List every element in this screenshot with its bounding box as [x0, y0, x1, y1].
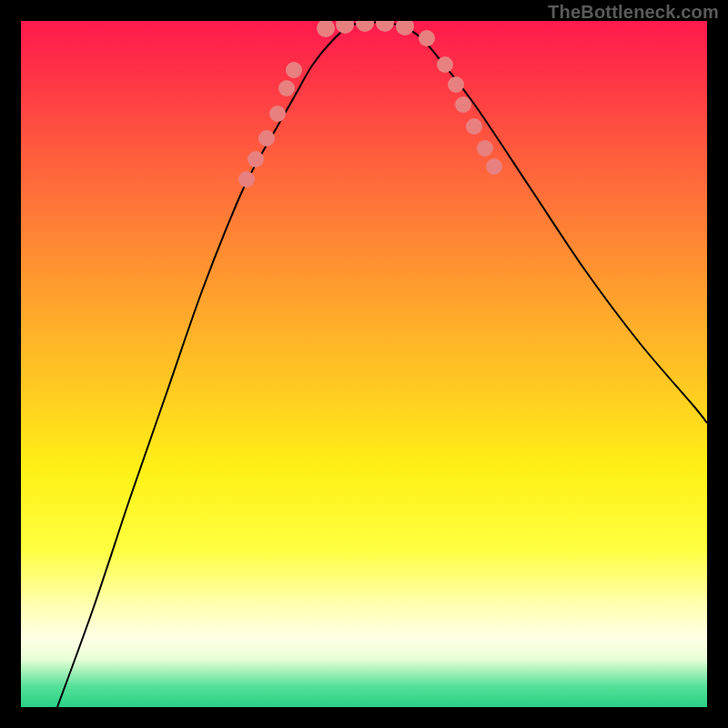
data-marker: [317, 21, 335, 37]
data-marker: [356, 21, 374, 32]
data-marker: [466, 118, 482, 135]
data-marker: [448, 76, 464, 93]
data-marker: [419, 30, 435, 46]
data-marker: [238, 171, 255, 187]
chart-svg: [21, 21, 707, 707]
data-marker: [477, 140, 493, 157]
bottleneck-curve: [57, 22, 707, 707]
data-marker: [258, 130, 275, 147]
chart-plot-area: [21, 21, 707, 707]
data-marker: [396, 21, 414, 35]
data-markers-group: [238, 21, 502, 187]
watermark-text: TheBottleneck.com: [548, 2, 719, 23]
data-marker: [286, 62, 302, 78]
data-marker: [437, 56, 453, 73]
data-marker: [336, 21, 354, 34]
data-marker: [376, 21, 394, 32]
data-marker: [455, 96, 471, 113]
data-marker: [278, 80, 295, 96]
data-marker: [248, 151, 264, 167]
data-marker: [269, 106, 286, 122]
data-marker: [486, 158, 502, 175]
